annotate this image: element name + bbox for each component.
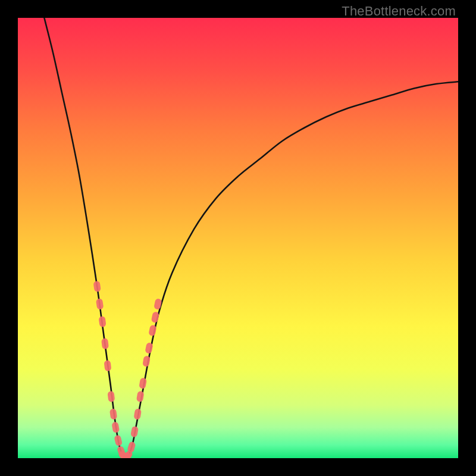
watermark-text: TheBottleneck.com [342, 4, 456, 19]
data-marker [136, 391, 145, 403]
data-marker [111, 421, 120, 433]
bottleneck-curve [44, 18, 458, 458]
curve-layer [18, 18, 458, 458]
data-marker [130, 426, 139, 438]
data-marker [114, 434, 123, 446]
data-marker [107, 391, 115, 402]
data-marker [133, 408, 142, 420]
data-marker [142, 355, 151, 367]
data-marker [109, 408, 117, 419]
data-marker [98, 316, 106, 327]
data-marker [101, 338, 109, 349]
data-marker [96, 298, 104, 309]
data-marker [93, 281, 101, 292]
marker-group [93, 281, 162, 458]
plot-frame [18, 18, 458, 458]
data-marker [104, 360, 111, 371]
data-marker [139, 377, 147, 389]
